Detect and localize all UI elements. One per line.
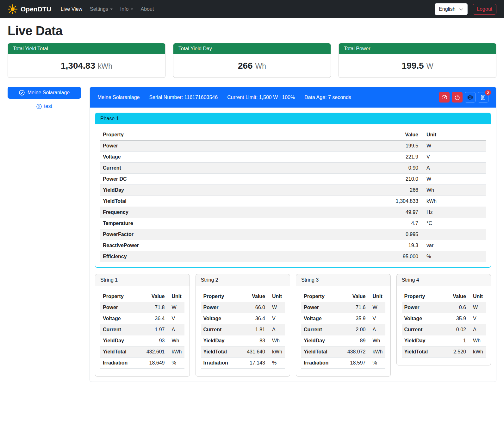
summary-card-value: 266: [238, 61, 253, 71]
unit-cell: V: [368, 313, 385, 324]
string-card-body: Property Value Unit Power71.6WVoltage35.…: [296, 286, 390, 376]
property-cell: Current: [100, 163, 380, 174]
property-cell: Irradiation: [100, 358, 140, 369]
summary-card-unit: kWh: [98, 62, 112, 70]
value-cell: 2.00: [341, 324, 368, 335]
table-header-row: Property Value Unit: [100, 129, 486, 140]
string-table: Property Value Unit Power0.6WVoltage35.9…: [402, 291, 486, 358]
summary-card-total-power: Total Power 199.5W: [339, 43, 496, 78]
unit-header: Unit: [421, 129, 486, 140]
property-cell: Voltage: [301, 313, 341, 324]
table-row: Power66.0W: [201, 302, 285, 313]
unit-header: Unit: [268, 291, 285, 302]
property-header: Property: [100, 291, 140, 302]
unit-cell: %: [421, 251, 486, 262]
property-cell: Voltage: [201, 313, 241, 324]
top-navbar: OpenDTU Live View Settings Info About En…: [0, 0, 504, 18]
table-row: YieldTotal431.640kWh: [201, 346, 285, 358]
table-row: YieldDay89Wh: [301, 335, 385, 346]
string-card-1: String 1 Property Value Unit: [95, 274, 190, 377]
language-select[interactable]: English: [435, 3, 468, 15]
property-cell: Irradiation: [301, 358, 341, 369]
summary-card-body: 1,304.83kWh: [8, 54, 165, 78]
inverter-select-button[interactable]: Meine Solaranlage: [8, 87, 81, 99]
string-title: String 2: [196, 274, 290, 286]
inverter-data-age: Data Age: 7 seconds: [304, 95, 351, 100]
table-row: Temperature4.7°C: [100, 218, 486, 229]
table-row: YieldTotal1,304.833kWh: [100, 196, 486, 207]
table-header-row: Property Value Unit: [201, 291, 285, 302]
unit-cell: A: [368, 324, 385, 335]
table-row: Current1.97A: [100, 324, 184, 335]
table-row: YieldTotal2.520kWh: [402, 346, 486, 358]
value-cell: 431.640: [240, 346, 268, 358]
string-table-body: Power0.6WVoltage35.9VCurrent0.02AYieldDa…: [402, 302, 486, 358]
value-cell: 1.81: [240, 324, 268, 335]
nav-live-view[interactable]: Live View: [58, 4, 85, 15]
summary-card-title: Total Power: [339, 43, 496, 54]
device-info-button[interactable]: [465, 92, 476, 103]
property-cell: Power: [301, 302, 341, 313]
inverter-link-test[interactable]: test: [8, 103, 81, 109]
table-row: Efficiency95.000%: [100, 251, 486, 262]
power-icon: [454, 95, 460, 100]
property-cell: ReactivePower: [100, 240, 380, 251]
nav-about[interactable]: About: [138, 4, 157, 15]
table-row: Frequency49.97Hz: [100, 207, 486, 218]
unit-cell: kWh: [368, 346, 385, 358]
nav-settings[interactable]: Settings: [87, 4, 115, 15]
value-cell: 199.5: [380, 140, 421, 152]
unit-cell: Wh: [167, 335, 184, 346]
table-row: ReactivePower19.3var: [100, 240, 486, 251]
unit-cell: W: [469, 302, 486, 313]
inverter-sidebar: Meine Solaranlage test: [8, 87, 81, 109]
property-cell: Voltage: [100, 313, 140, 324]
value-cell: 1: [441, 335, 469, 346]
journal-list-icon: [480, 95, 486, 100]
value-cell: 35.9: [341, 313, 368, 324]
value-header: Value: [441, 291, 469, 302]
unit-header: Unit: [368, 291, 385, 302]
summary-card-value: 1,304.83: [61, 61, 95, 71]
power-button[interactable]: [452, 92, 463, 103]
table-row: Current0.02A: [402, 324, 486, 335]
chevron-down-icon: [131, 9, 133, 10]
property-header: Property: [201, 291, 241, 302]
string-title: String 1: [95, 274, 190, 286]
string-card-body: Property Value Unit Power0.6WVoltage35.9…: [397, 286, 491, 365]
unit-cell: Hz: [421, 207, 486, 218]
property-cell: Efficiency: [100, 251, 380, 262]
value-cell: 93: [140, 335, 167, 346]
value-header: Value: [140, 291, 167, 302]
value-cell: 19.3: [380, 240, 421, 251]
table-row: Power0.6W: [402, 302, 486, 313]
brand-name: OpenDTU: [21, 5, 51, 13]
inverter-panel-header: Meine Solaranlage Serial Number: 1161716…: [90, 87, 496, 108]
app-brand[interactable]: OpenDTU: [8, 4, 51, 14]
property-cell: Power: [100, 302, 140, 313]
nav-info[interactable]: Info: [118, 4, 136, 15]
table-row: YieldDay266Wh: [100, 185, 486, 196]
table-row: Current0.90A: [100, 163, 486, 174]
event-log-button[interactable]: 2: [478, 92, 488, 103]
unit-cell: V: [469, 313, 486, 324]
property-cell: Temperature: [100, 218, 380, 229]
limit-settings-button[interactable]: [439, 92, 450, 103]
value-cell: 83: [240, 335, 268, 346]
logout-button[interactable]: Logout: [473, 4, 496, 15]
property-cell: Current: [301, 324, 341, 335]
summary-cards-row: Total Yield Total 1,304.83kWh Total Yiel…: [8, 43, 496, 78]
unit-cell: V: [268, 313, 285, 324]
property-cell: Power: [402, 302, 442, 313]
property-cell: Current: [100, 324, 140, 335]
property-cell: YieldDay: [301, 335, 341, 346]
summary-card-unit: W: [426, 62, 433, 70]
string-table-body: Power71.6WVoltage35.9VCurrent2.00AYieldD…: [301, 302, 385, 369]
phase-card: Phase 1 Property Value Unit Power199.5WV…: [95, 113, 491, 268]
unit-cell: V: [167, 313, 184, 324]
unit-cell: %: [268, 358, 285, 369]
value-cell: 0.995: [380, 229, 421, 240]
string-card-4: String 4 Property Value Unit: [396, 274, 491, 365]
summary-card-total-yield-day: Total Yield Day 266Wh: [173, 43, 331, 78]
value-cell: 49.97: [380, 207, 421, 218]
